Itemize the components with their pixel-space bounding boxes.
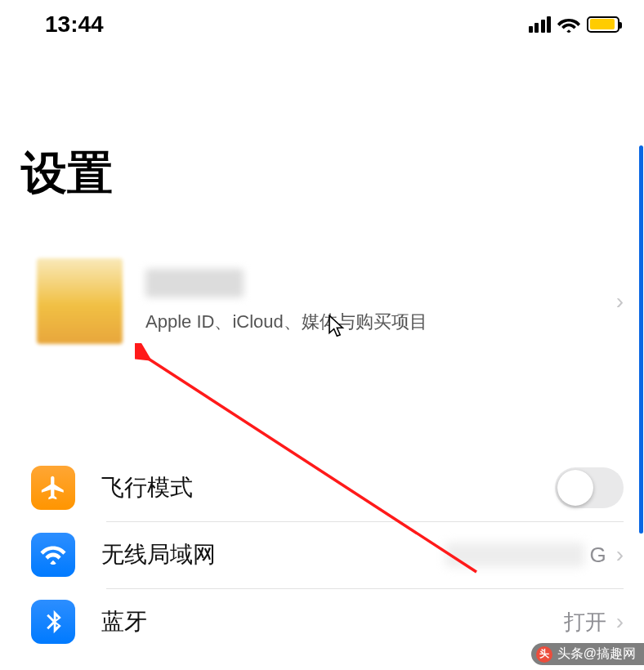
chevron-right-icon: › bbox=[616, 542, 624, 568]
watermark-badge: 头 bbox=[536, 646, 552, 663]
cellular-signal-icon bbox=[529, 16, 552, 33]
chevron-right-icon: › bbox=[616, 288, 624, 315]
chevron-right-icon: › bbox=[616, 609, 624, 635]
scroll-indicator bbox=[639, 145, 643, 534]
wifi-value-redacted bbox=[445, 543, 584, 567]
page-title: 设置 bbox=[21, 143, 644, 205]
watermark: 头 头条@搞趣网 bbox=[531, 643, 644, 665]
row-label: 飞行模式 bbox=[101, 472, 555, 503]
status-bar: 13:44 bbox=[0, 0, 644, 45]
settings-list: 飞行模式 无线局域网 G › 蓝牙 打开 › bbox=[0, 454, 644, 655]
row-label: 无线局域网 bbox=[101, 539, 445, 570]
airplane-toggle[interactable] bbox=[555, 467, 624, 508]
apple-id-row[interactable]: Apple ID、iCloud、媒体与购买项目 › bbox=[0, 246, 644, 360]
battery-icon bbox=[587, 16, 619, 33]
wifi-row[interactable]: 无线局域网 G › bbox=[0, 521, 644, 588]
wifi-value-suffix: G bbox=[589, 543, 606, 568]
watermark-text: 头条@搞趣网 bbox=[557, 645, 636, 663]
account-name-redacted bbox=[145, 269, 244, 297]
status-icons bbox=[529, 16, 620, 34]
bluetooth-value: 打开 bbox=[564, 608, 606, 636]
status-time: 13:44 bbox=[45, 11, 104, 38]
airplane-mode-row[interactable]: 飞行模式 bbox=[0, 454, 644, 521]
airplane-icon bbox=[31, 466, 75, 510]
row-label: 蓝牙 bbox=[101, 606, 564, 637]
account-subtitle: Apple ID、iCloud、媒体与购买项目 bbox=[145, 310, 616, 334]
wifi-tile-icon bbox=[31, 533, 75, 577]
wifi-icon bbox=[557, 16, 580, 34]
avatar bbox=[37, 258, 123, 344]
bluetooth-icon bbox=[31, 600, 75, 644]
